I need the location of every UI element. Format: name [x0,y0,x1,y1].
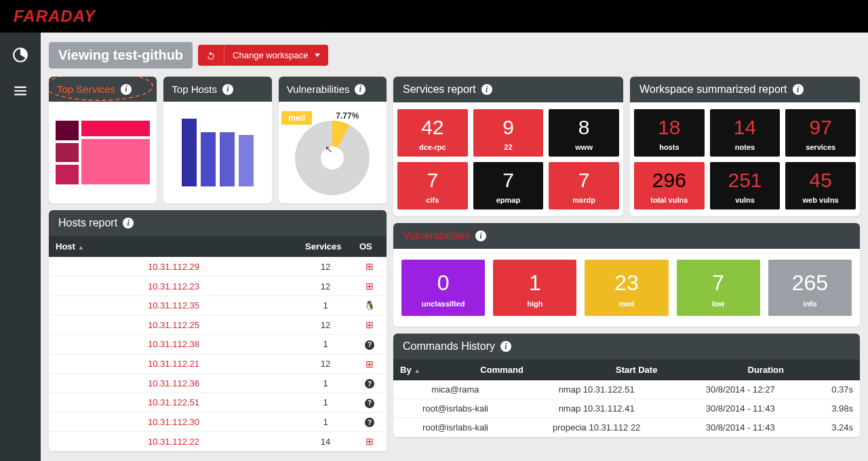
donut-chart: med 7.77% ↖ [295,121,370,195]
treemap-chart [56,121,150,184]
stat-tile[interactable]: 9 22 [473,109,544,157]
stat-tile[interactable]: 45 web vulns [785,162,856,209]
services-count: 1 [298,412,353,432]
hosts-report-title: Hosts report [58,217,117,229]
info-icon[interactable]: i [355,84,366,95]
vulnerabilities-donut-panel[interactable]: Vulnerabilitiesi med 7.77% ↖ [279,77,387,203]
left-nav [0,33,41,461]
stat-label: high [493,300,576,308]
top-hosts-panel[interactable]: Top Hostsi [163,77,271,203]
top-hosts-title: Top Hosts [172,83,217,95]
host-link[interactable]: 10.31.112.22 [148,437,199,447]
cmd-start: 30/8/2014 - 11:43 [675,418,805,437]
info-icon[interactable]: i [222,84,233,95]
info-icon[interactable]: i [121,84,132,95]
col-command[interactable]: Command [473,359,609,380]
change-workspace-button[interactable]: Change workspace [198,45,328,66]
stat-tile[interactable]: 7 msrdp [549,162,619,209]
stat-label: dce-rpc [397,143,468,151]
info-icon[interactable]: i [481,84,492,95]
services-count: 14 [298,432,353,452]
vuln-tile[interactable]: 23 med [585,260,668,316]
stat-tile[interactable]: 7 epmap [473,162,544,209]
host-link[interactable]: 10.31.122.51 [148,397,199,407]
info-icon[interactable]: i [475,230,486,241]
stat-label: info [768,300,852,308]
stat-tile[interactable]: 296 total vulns [634,162,705,209]
stat-tile[interactable]: 14 notes [710,109,781,157]
cursor-icon: ↖ [325,144,333,155]
windows-icon: ⊞ [366,261,374,272]
unknown-os-icon: ? [365,399,374,408]
table-row[interactable]: 10.31.112.36 1 ? [49,374,387,393]
unknown-os-icon: ? [365,379,374,388]
refresh-icon[interactable] [198,45,224,66]
top-services-panel[interactable]: Top Servicesi [49,77,157,203]
table-row[interactable]: 10.31.122.51 1 ? [49,393,387,413]
stat-number: 7 [549,169,619,192]
table-row[interactable]: mica@rama nmap 10.31.122.51 30/8/2014 - … [393,380,860,399]
services-count: 12 [298,277,353,296]
table-row[interactable]: root@isrlabs-kali propecia 10.31.112 22 … [393,418,860,437]
col-by[interactable]: By▲ [393,359,473,380]
stat-label: msrdp [549,196,619,204]
stat-label: unclassified [401,300,485,308]
table-row[interactable]: 10.31.112.38 1 ? [49,335,387,355]
services-report-title: Services report [403,83,476,96]
vulnerabilities-summary-panel: Vulnerabilitiesi 0 unclassified 1 high 2… [393,223,860,327]
stat-label: vulns [710,196,781,204]
host-link[interactable]: 10.31.112.35 [148,300,199,310]
services-count: 1 [298,393,353,413]
vuln-tile[interactable]: 1 high [493,260,576,316]
workspace-report-title: Workspace summarized report [639,83,787,96]
cmd-text: propecia 10.31.112 22 [517,418,676,437]
stat-number: 0 [401,270,485,296]
col-services[interactable]: Services [298,236,353,257]
host-link[interactable]: 10.31.112.23 [148,281,199,292]
host-link[interactable]: 10.31.112.30 [148,417,199,427]
info-icon[interactable]: i [793,84,804,95]
top-services-title: Top Services [57,83,115,95]
brand-logo: FARADAY [14,7,96,26]
stat-tile[interactable]: 7 cifs [397,162,468,209]
cmd-by: root@isrlabs-kali [393,399,517,418]
list-icon[interactable] [12,82,29,102]
host-link[interactable]: 10.31.112.38 [148,339,199,349]
stat-number: 251 [710,169,781,192]
vuln-tile[interactable]: 265 info [768,260,852,316]
host-link[interactable]: 10.31.112.25 [148,320,199,330]
stat-tile[interactable]: 251 vulns [710,162,781,209]
stat-number: 23 [585,270,668,296]
stat-tile[interactable]: 42 dce-rpc [397,109,468,157]
table-row[interactable]: 10.31.112.35 1 🐧 [49,296,387,315]
stat-number: 1 [493,270,576,296]
table-row[interactable]: 10.31.112.29 12 ⊞ [49,257,387,277]
hosts-report-panel: Hosts reporti Host▲ Services OS 10.31.11… [49,210,387,452]
stat-label: epmap [473,196,544,204]
table-row[interactable]: 10.31.112.23 12 ⊞ [49,277,387,296]
col-host[interactable]: Host▲ [49,236,298,257]
stat-tile[interactable]: 18 hosts [634,109,705,157]
table-row[interactable]: 10.31.112.30 1 ? [49,412,387,432]
col-os[interactable]: OS [353,236,387,257]
table-row[interactable]: 10.31.112.21 12 ⊞ [49,354,387,374]
host-link[interactable]: 10.31.112.21 [148,359,199,369]
table-row[interactable]: root@isrlabs-kali nmap 10.31.112.41 30/8… [393,399,860,418]
col-start[interactable]: Start Date [609,359,741,380]
stat-tile[interactable]: 97 services [785,109,856,157]
services-count: 1 [298,296,353,315]
col-duration[interactable]: Duration [741,359,861,380]
stat-tile[interactable]: 8 www [549,109,619,157]
commands-title: Commands History [403,340,495,353]
table-row[interactable]: 10.31.112.25 12 ⊞ [49,315,387,335]
host-link[interactable]: 10.31.112.29 [148,262,199,272]
host-link[interactable]: 10.31.112.36 [148,378,199,388]
dashboard-icon[interactable] [12,46,29,66]
vuln-tile[interactable]: 0 unclassified [401,260,485,316]
info-icon[interactable]: i [500,341,511,352]
table-row[interactable]: 10.31.112.22 14 ⊞ [49,432,387,452]
services-count: 12 [298,257,353,277]
stat-label: hosts [634,143,705,151]
info-icon[interactable]: i [123,218,134,228]
vuln-tile[interactable]: 7 low [677,260,760,316]
